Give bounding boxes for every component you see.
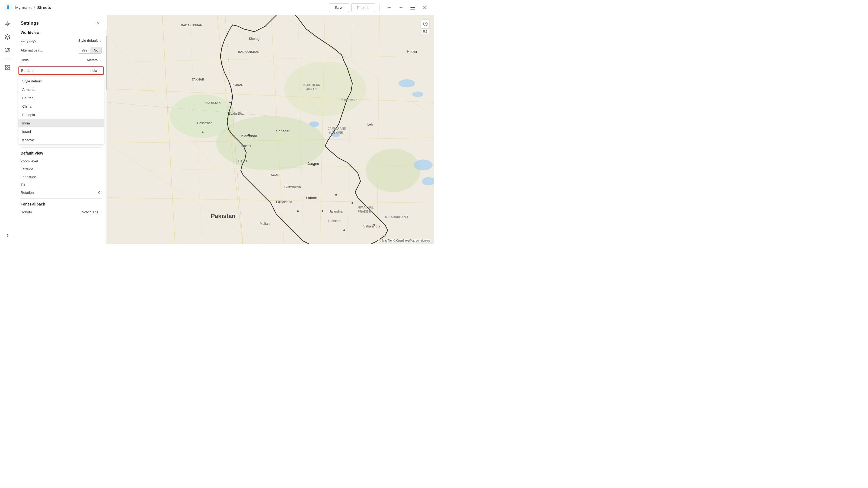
dropdown-option-ethiopia[interactable]: Ethiopia (19, 110, 104, 119)
publish-button[interactable]: Publish (351, 3, 375, 12)
puzzle-icon-btn[interactable] (2, 62, 13, 73)
svg-text:Gujranwala: Gujranwala (284, 185, 301, 189)
breadcrumb-current: Streets (37, 5, 51, 10)
main-layout: ? Settings ✕ Worldview Language Style de… (0, 15, 434, 244)
rotation-value: 0° (98, 191, 102, 195)
svg-point-42 (412, 92, 423, 97)
svg-text:Lahore: Lahore (306, 196, 317, 200)
dropdown-option-china[interactable]: China (19, 102, 104, 110)
svg-point-16 (284, 62, 366, 116)
svg-text:Peshawar: Peshawar (197, 121, 212, 125)
sidebar-divider-1 (3, 59, 12, 59)
rotation-row: Rotation 0° (21, 191, 102, 195)
map-area[interactable]: BADAKHSHAN BADAKHSHAN Khorugh TAKHAR KUN… (107, 15, 434, 244)
svg-text:Srinagar: Srinagar (276, 129, 290, 133)
alt-names-row: Alternative n... Yes No (21, 47, 102, 54)
forward-button[interactable]: → (396, 3, 406, 12)
sidebar-bottom: ? (2, 230, 13, 241)
units-arrow[interactable]: ⌄ (99, 58, 102, 62)
alt-names-label: Alternative n... (21, 48, 43, 52)
svg-point-41 (399, 79, 415, 87)
sliders-icon-btn[interactable] (2, 44, 13, 55)
svg-text:Pakistan: Pakistan (211, 213, 236, 219)
svg-point-6 (8, 50, 9, 51)
borders-arrow[interactable]: ⌃ (99, 69, 101, 72)
roboto-label: Roboto (21, 210, 32, 214)
svg-point-18 (366, 149, 421, 192)
alt-names-yes[interactable]: Yes (78, 47, 90, 54)
settings-panel: Settings ✕ Worldview Language Style defa… (15, 15, 107, 244)
dropdown-option-india[interactable]: India (19, 119, 104, 127)
breadcrumb-link[interactable]: My maps (15, 5, 32, 10)
back-button[interactable]: ← (384, 3, 394, 12)
zoom-clock-button[interactable] (421, 20, 430, 28)
dropdown-option-kosovo[interactable]: Kosovo (19, 136, 104, 144)
svg-point-54 (343, 229, 345, 231)
borders-label: Borders (21, 69, 34, 73)
svg-point-53 (351, 202, 353, 204)
svg-text:Khorugh: Khorugh (249, 37, 261, 41)
lightning-icon-btn[interactable] (2, 19, 13, 29)
scroll-thumb[interactable] (106, 36, 107, 90)
svg-rect-11 (5, 68, 7, 70)
menu-button[interactable] (408, 3, 418, 12)
dropdown-option-style-default[interactable]: Style default (19, 77, 104, 86)
longitude-label: Longitude (21, 175, 36, 179)
svg-point-45 (202, 131, 204, 133)
svg-rect-1 (410, 7, 415, 8)
tilt-row: Tilt (21, 183, 102, 187)
font-fallback-value: Noto Sans (82, 210, 98, 214)
units-label: Units (21, 58, 29, 62)
tilt-label: Tilt (21, 183, 25, 187)
icon-sidebar: ? (0, 15, 15, 244)
alt-names-toggle: Yes No (78, 47, 102, 54)
section-divider-2 (21, 198, 102, 199)
save-button[interactable]: Save (329, 3, 349, 12)
settings-header: Settings ✕ (15, 15, 107, 30)
borders-row[interactable]: Borders India ⌃ (19, 66, 104, 75)
dropdown-option-armenia[interactable]: Armenia (19, 86, 104, 94)
svg-line-90 (425, 24, 426, 24)
alt-names-no[interactable]: No (90, 47, 101, 54)
settings-close-button[interactable]: ✕ (94, 20, 102, 27)
close-button[interactable]: ✕ (420, 3, 430, 12)
units-control: Meters ⌄ (87, 58, 102, 62)
zoom-label: Zoom level (21, 159, 38, 163)
svg-text:Saharanpur: Saharanpur (363, 225, 380, 228)
help-icon-btn[interactable]: ? (2, 230, 13, 241)
svg-text:BADAKHSHAN: BADAKHSHAN (181, 24, 203, 27)
longitude-row: Longitude (21, 175, 102, 179)
language-arrow[interactable]: ⌄ (99, 39, 102, 42)
default-view-section: Default View Zoom level Latitude Longitu… (21, 151, 102, 195)
rotation-label: Rotation (21, 191, 34, 195)
svg-point-51 (322, 210, 323, 212)
breadcrumb-separator: / (34, 5, 35, 10)
layers-icon-btn[interactable] (2, 31, 13, 42)
svg-rect-9 (5, 65, 7, 67)
units-row: Units Meters ⌄ (21, 58, 102, 62)
svg-text:Faisalabad: Faisalabad (276, 200, 292, 204)
map-canvas: BADAKHSHAN BADAKHSHAN Khorugh TAKHAR KUN… (107, 15, 434, 244)
settings-title: Settings (21, 21, 39, 26)
borders-control: India ⌃ (90, 69, 101, 73)
breadcrumb: My maps / Streets (15, 5, 326, 10)
units-value: Meters (87, 58, 98, 62)
font-fallback-arrow[interactable]: ⌄ (99, 210, 102, 214)
svg-point-8 (6, 51, 8, 53)
language-label: Language (21, 38, 36, 42)
svg-text:Leh: Leh (367, 123, 373, 126)
svg-point-52 (335, 194, 337, 196)
dropdown-option-israel[interactable]: Israel (19, 127, 104, 136)
svg-text:Saidu Sharif: Saidu Sharif (228, 112, 246, 116)
svg-text:NORTHERN: NORTHERN (303, 83, 320, 87)
latitude-row: Latitude (21, 167, 102, 171)
svg-text:KASHMIR: KASHMIR (341, 98, 357, 102)
svg-text:TAKHAR: TAKHAR (192, 78, 204, 81)
svg-text:Multan: Multan (260, 222, 270, 226)
svg-text:HIMACHAL: HIMACHAL (358, 206, 374, 209)
latitude-label: Latitude (21, 167, 33, 171)
svg-text:KASHMIR: KASHMIR (329, 131, 343, 134)
svg-rect-12 (8, 68, 10, 70)
dropdown-option-bhutan[interactable]: Bhutan (19, 94, 104, 102)
worldview-section-title: Worldview (21, 30, 102, 35)
